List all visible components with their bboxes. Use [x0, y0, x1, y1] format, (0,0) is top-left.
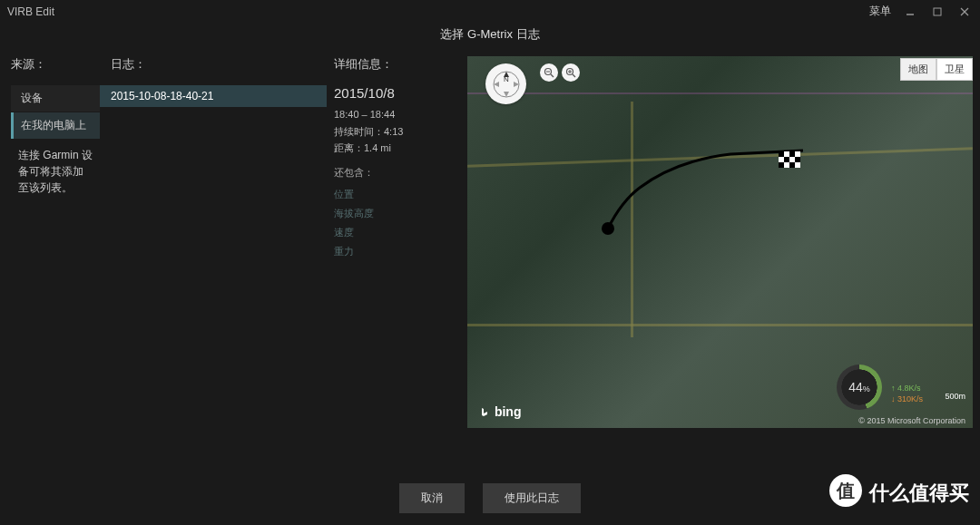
maximize-button[interactable]: [929, 5, 946, 18]
details-header: 详细信息：: [334, 56, 467, 73]
zoom-in-button[interactable]: [562, 63, 580, 82]
map-type-satellite[interactable]: 卫星: [936, 58, 973, 81]
track-end-marker: [779, 151, 800, 168]
detail-time: 18:40 – 18:44: [334, 106, 467, 123]
bing-logo: bing: [478, 404, 521, 419]
svg-rect-1: [934, 8, 941, 15]
source-header: 来源：: [11, 56, 100, 73]
map-view[interactable]: N 地图 卫星 bing © 201: [467, 56, 973, 428]
svg-marker-6: [504, 92, 509, 97]
zoom-out-button[interactable]: [540, 63, 558, 82]
detail-duration: 持续时间：4:13: [334, 123, 467, 141]
cancel-button[interactable]: 取消: [399, 483, 465, 513]
svg-text:N: N: [504, 75, 509, 83]
detail-distance: 距离：1.4 mi: [334, 140, 467, 157]
svg-line-14: [573, 74, 575, 77]
battery-gauge: 44%: [837, 365, 882, 410]
menu-button[interactable]: 菜单: [869, 4, 891, 19]
svg-line-11: [551, 74, 554, 77]
minimize-button[interactable]: [902, 5, 918, 18]
source-item-device[interactable]: 设备: [11, 85, 100, 112]
log-header: 日志：: [100, 56, 327, 73]
detail-field-altitude[interactable]: 海拔高度: [334, 204, 467, 223]
map-scale: 500m: [945, 392, 965, 401]
log-item[interactable]: 2015-10-08-18-40-21: [100, 85, 327, 107]
svg-marker-8: [514, 82, 519, 87]
watermark-logo: 值: [829, 474, 862, 507]
watermark-text: 什么值得买: [869, 480, 969, 507]
detail-includes-label: 还包含：: [334, 166, 467, 180]
use-log-button[interactable]: 使用此日志: [483, 483, 581, 513]
detail-field-gravity[interactable]: 重力: [334, 242, 467, 261]
compass-control[interactable]: N: [485, 63, 526, 104]
source-help-text: 连接 Garmin 设备可将其添加至该列表。: [11, 140, 100, 203]
map-type-map[interactable]: 地图: [900, 58, 936, 81]
app-title: VIRB Edit: [7, 5, 54, 18]
svg-point-17: [602, 222, 614, 235]
map-copyright: © 2015 Microsoft Corporation: [858, 416, 965, 425]
dialog-title: 选择 G-Metrix 日志: [440, 26, 539, 43]
close-button[interactable]: [956, 5, 973, 18]
svg-marker-7: [494, 82, 499, 87]
network-speed: ↑ 4.8K/s ↓ 310K/s: [891, 383, 923, 405]
source-item-computer[interactable]: 在我的电脑上: [11, 112, 100, 139]
detail-date: 2015/10/8: [334, 85, 467, 101]
detail-field-position[interactable]: 位置: [334, 185, 467, 204]
detail-field-speed[interactable]: 速度: [334, 223, 467, 242]
